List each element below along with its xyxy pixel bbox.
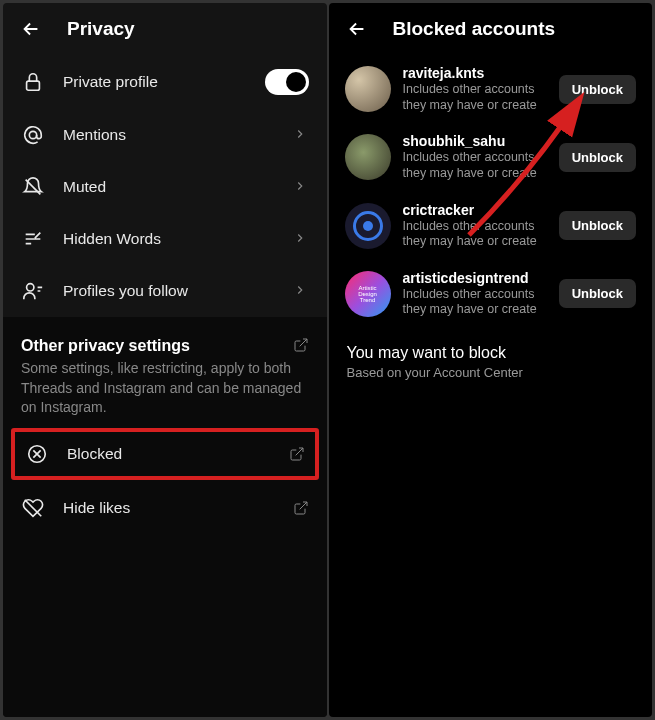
suggest-subtitle: Based on your Account Center [347,365,635,380]
chevron-right-icon [293,179,309,195]
unblock-button[interactable]: Unblock [559,75,636,104]
account-info: shoubhik_sahu Includes other accounts th… [403,133,547,181]
svg-point-1 [29,131,36,138]
account-row: crictracker Includes other accounts they… [329,192,653,260]
hide-likes-label: Hide likes [63,499,275,517]
at-icon [21,123,45,147]
account-subtext: Includes other accounts they may have or… [403,82,547,113]
page-title: Privacy [67,18,135,40]
hidden-words-row[interactable]: Hidden Words [3,213,327,265]
svg-point-2 [27,284,34,291]
account-row: shoubhik_sahu Includes other accounts th… [329,123,653,191]
people-icon [21,279,45,303]
privacy-header: Privacy [3,3,327,55]
back-button[interactable] [19,17,43,41]
chevron-right-icon [293,231,309,247]
other-privacy-description: Some settings, like restricting, apply t… [3,359,327,426]
account-username[interactable]: crictracker [403,202,547,218]
private-profile-toggle[interactable] [265,69,309,95]
blocked-header: Blocked accounts [329,3,653,55]
profiles-follow-label: Profiles you follow [63,282,275,300]
muted-label: Muted [63,178,275,196]
mentions-row[interactable]: Mentions [3,109,327,161]
back-button[interactable] [345,17,369,41]
mentions-label: Mentions [63,126,275,144]
account-subtext: Includes other accounts they may have or… [403,150,547,181]
lock-icon [21,70,45,94]
hidden-words-label: Hidden Words [63,230,275,248]
privacy-screen: Privacy Private profile Mentions Muted H… [3,3,327,717]
avatar[interactable] [345,203,391,249]
blocked-accounts-screen: Blocked accounts raviteja.knts Includes … [329,3,653,717]
external-link-icon [293,337,309,353]
avatar[interactable]: ArtisticDesignTrend [345,271,391,317]
suggest-title: You may want to block [347,344,635,362]
profiles-follow-row[interactable]: Profiles you follow [3,265,327,317]
external-link-icon [289,446,305,462]
account-subtext: Includes other accounts they may have or… [403,287,547,318]
account-info: crictracker Includes other accounts they… [403,202,547,250]
page-title: Blocked accounts [393,18,556,40]
account-info: raviteja.knts Includes other accounts th… [403,65,547,113]
blocked-row[interactable]: Blocked [15,432,315,476]
hide-likes-row[interactable]: Hide likes [3,482,327,534]
chevron-right-icon [293,127,309,143]
avatar[interactable] [345,66,391,112]
blocked-label: Blocked [67,445,271,463]
other-privacy-title: Other privacy settings [21,337,190,355]
unblock-button[interactable]: Unblock [559,143,636,172]
account-info: artisticdesigntrend Includes other accou… [403,270,547,318]
account-username[interactable]: shoubhik_sahu [403,133,547,149]
account-row: ArtisticDesignTrend artisticdesigntrend … [329,260,653,328]
suggest-section: You may want to block Based on your Acco… [329,328,653,396]
account-row: raviteja.knts Includes other accounts th… [329,55,653,123]
other-privacy-section: Other privacy settings Some settings, li… [3,317,327,717]
avatar[interactable] [345,134,391,180]
other-privacy-header: Other privacy settings [3,323,327,359]
heart-off-icon [21,496,45,520]
blocked-highlight: Blocked [11,428,319,480]
account-subtext: Includes other accounts they may have or… [403,219,547,250]
account-username[interactable]: raviteja.knts [403,65,547,81]
unblock-button[interactable]: Unblock [559,211,636,240]
svg-rect-0 [27,81,40,90]
private-profile-label: Private profile [63,73,247,91]
external-link-icon [293,500,309,516]
private-profile-row[interactable]: Private profile [3,55,327,109]
account-username[interactable]: artisticdesigntrend [403,270,547,286]
unblock-button[interactable]: Unblock [559,279,636,308]
chevron-right-icon [293,283,309,299]
hidden-words-icon [21,227,45,251]
muted-row[interactable]: Muted [3,161,327,213]
blocked-icon [25,442,49,466]
bell-off-icon [21,175,45,199]
